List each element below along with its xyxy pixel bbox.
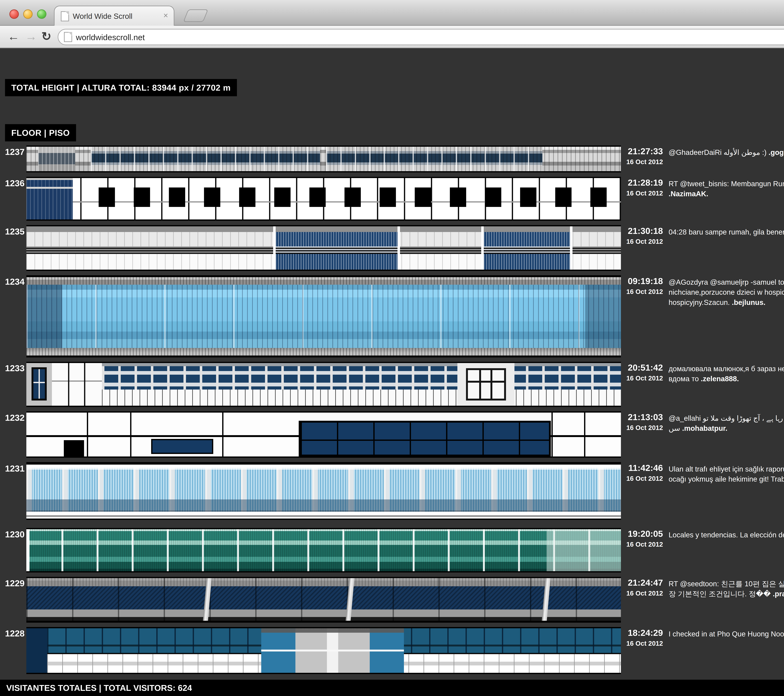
floor-row: 1229 21:24:47 16 Oct 2012 RT @seedtoon: … [0,577,784,623]
building-facade-strip [26,577,621,623]
tweet-timestamp: 11:42:46 16 Oct 2012 [621,463,663,482]
tweet-time: 21:27:33 [621,146,663,156]
floor-row: 1237 21:27:33 16 Oct 2012 @GhadeerDaiRi … [0,145,784,173]
floor-number: 1231 [5,463,25,474]
tweet-date: 16 Oct 2012 [621,238,663,245]
building-facade-strip [26,177,621,221]
tweet-time: 20:51:42 [621,362,663,373]
tweet-timestamp: 21:13:03 16 Oct 2012 [621,412,663,431]
building-facade-strip [26,528,621,573]
building-facade-strip [26,462,621,520]
facade-detail [261,628,404,673]
facade-detail [203,578,212,621]
facade-detail [26,468,621,512]
floor-piso-label: FLOOR | PISO [5,124,76,142]
new-tab-button[interactable] [183,10,208,22]
tweet-time: 09:19:18 [621,276,663,286]
tweet-username: .zelena888. [701,375,739,383]
tweet-time: 19:20:05 [621,528,663,539]
floors-list: 1237 21:27:33 16 Oct 2012 @GhadeerDaiRi … [0,145,784,677]
building-facade-strip [26,225,621,271]
close-tab-icon[interactable]: × [163,11,168,20]
building-facade-strip [26,627,621,674]
tweet-text: Ulan alt trafı ehliyet için sağlık rapor… [669,464,784,484]
floor-row: 1232 21:13:03 16 Oct 2012 @a_ellahi الحم… [0,411,784,458]
building-facade-strip [26,275,621,357]
facade-detail [26,178,73,219]
facade-detail [102,363,621,406]
tweet-date: 16 Oct 2012 [621,640,663,647]
tweet-time: 21:28:19 [621,178,663,188]
tweet-timestamp: 21:30:18 16 Oct 2012 [621,226,663,245]
floor-row: 1235 21:30:18 16 Oct 2012 04:28 baru sam… [0,225,784,271]
floor-number: 1228 [5,628,25,638]
tweet-text: RT @seedtoon: 친근를 10편 집은 살의 안식처이자, 사람이 살… [669,579,784,599]
facade-detail [52,363,102,406]
facade-detail [38,147,75,171]
floor-number: 1233 [5,363,25,373]
zoom-window-button[interactable] [37,10,46,19]
floor-number: 1229 [5,578,25,588]
tweet-timestamp: 18:24:29 16 Oct 2012 [621,628,663,647]
tweet-timestamp: 19:20:05 16 Oct 2012 [621,528,663,548]
toolbar: ← → ↻ worldwidescroll.net ☆ In [0,26,784,48]
tweet-date: 16 Oct 2012 [621,158,663,166]
floor-number: 1234 [5,276,25,287]
total-height-banner: TOTAL HEIGHT | ALTURA TOTAL: 83944 px / … [5,79,237,96]
tweet-text: 04:28 baru sampe rumah, gila beneran uda… [669,227,784,237]
floor-row: 1234 09:19:18 16 Oct 2012 @AGozdyra @sam… [0,275,784,357]
tweet-text: I checked in at Pho Que Huong Noodle .lo… [669,629,784,639]
reload-button[interactable]: ↻ [41,28,51,44]
tweet-time: 11:42:46 [621,463,663,473]
forward-button[interactable]: → [25,28,37,44]
tweet-timestamp: 21:27:33 16 Oct 2012 [621,146,663,166]
facade-detail [102,363,621,390]
tweet-username: .prague02. [773,590,784,598]
tweet-username: .NazimaAK. [669,190,708,198]
floor-row: 1236 21:28:19 16 Oct 2012 RT @tweet_bisn… [0,177,784,221]
tweet-text: @a_ellahi الحمد شد بس گھر سے دور دوستوں … [669,413,784,433]
facade-detail [346,578,354,621]
tweet-timestamp: 09:19:18 16 Oct 2012 [621,276,663,296]
tweet-username: .gogmah_. [769,148,784,156]
facade-detail [64,440,84,456]
tweet-time: 21:24:47 [621,578,663,588]
building-facade-strip [26,411,621,458]
titlebar: World Wide Scroll × [0,0,784,26]
floor-number: 1235 [5,226,25,237]
tweet-time: 21:30:18 [621,226,663,236]
url-text[interactable]: worldwidescroll.net [76,33,145,42]
tweet-timestamp: 21:24:47 16 Oct 2012 [621,578,663,597]
floor-number: 1230 [5,529,25,540]
tweet-username: .mohabatpur. [682,424,727,432]
facade-detail [91,147,320,171]
visitors-label: VISITANTES TOTALES | TOTAL VISITORS: 624 [6,683,192,693]
back-button[interactable]: ← [8,28,20,44]
facade-detail [326,147,542,171]
floor-row: 1230 19:20:05 16 Oct 2012 Locales y tend… [0,528,784,573]
tweet-time: 21:13:03 [621,412,663,422]
address-bar[interactable]: worldwidescroll.net ☆ [58,29,784,45]
tweet-date: 16 Oct 2012 [621,475,663,482]
building-facade-strip [26,145,621,173]
floor-row: 1231 11:42:46 16 Oct 2012 Ulan alt trafı… [0,462,784,520]
floor-number: 1237 [5,147,25,157]
tweet-text: Locales y tendencias. La elección de Yve… [669,530,784,540]
floor-row: 1233 20:51:42 16 Oct 2012 домалювала мал… [0,362,784,407]
tweet-date: 16 Oct 2012 [621,288,663,296]
minimize-window-button[interactable] [23,10,33,19]
visitors-bar: VISITANTES TOTALES | TOTAL VISITORS: 624… [0,680,784,696]
tab-world-wide-scroll[interactable]: World Wide Scroll × [54,6,175,26]
tweet-text: @GhadeerDaiRi موطن الأوله :) .gogmah_. [669,147,784,157]
facade-detail [151,439,213,454]
tweet-username: .bejlunus. [732,298,766,306]
tweet-date: 16 Oct 2012 [621,189,663,197]
floor-row: 1228 18:24:29 16 Oct 2012 I checked in a… [0,627,784,674]
floor-number: 1232 [5,413,25,423]
facade-detail [481,226,573,270]
facade-detail [26,363,52,406]
tweet-text: домалювала малюнок,я б зараз не відмовил… [669,364,784,384]
tweet-text: RT @tweet_bisnis: Membangun Rumah Tangga… [669,179,784,199]
facade-detail [457,363,514,406]
close-window-button[interactable] [10,10,19,19]
